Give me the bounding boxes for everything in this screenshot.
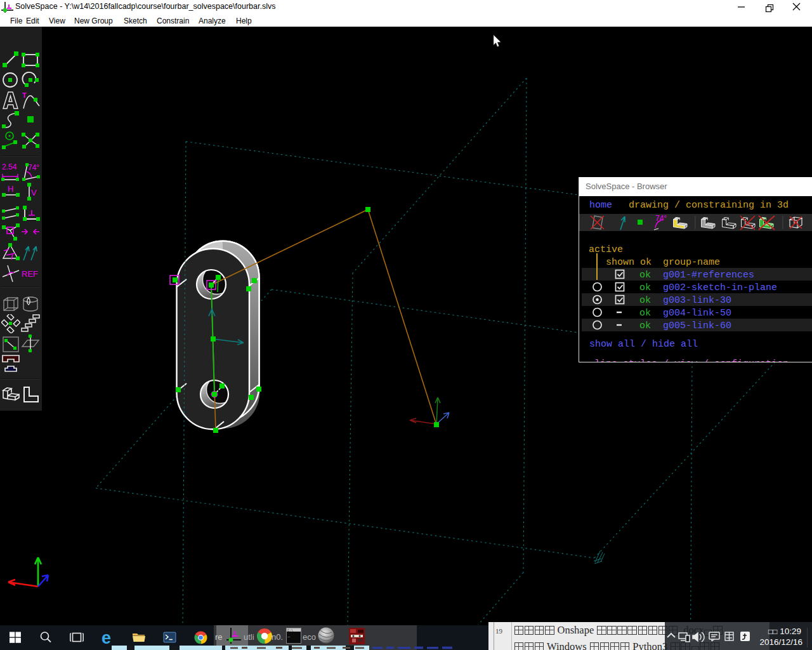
svg-text:REF: REF xyxy=(22,269,38,279)
svg-text:_: _ xyxy=(287,633,291,638)
svg-text:2016/12/16: 2016/12/16 xyxy=(759,637,802,647)
svg-text:2.54: 2.54 xyxy=(2,162,17,171)
svg-text:C:\: C:\ xyxy=(287,629,293,633)
svg-text:□□ 10:29: □□ 10:29 xyxy=(768,627,801,636)
svg-text:74°: 74° xyxy=(28,163,39,172)
svg-text:H: H xyxy=(8,184,13,194)
svg-text:V: V xyxy=(31,188,37,197)
svg-text:74°: 74° xyxy=(655,214,667,223)
svg-text:T: T xyxy=(22,91,27,99)
